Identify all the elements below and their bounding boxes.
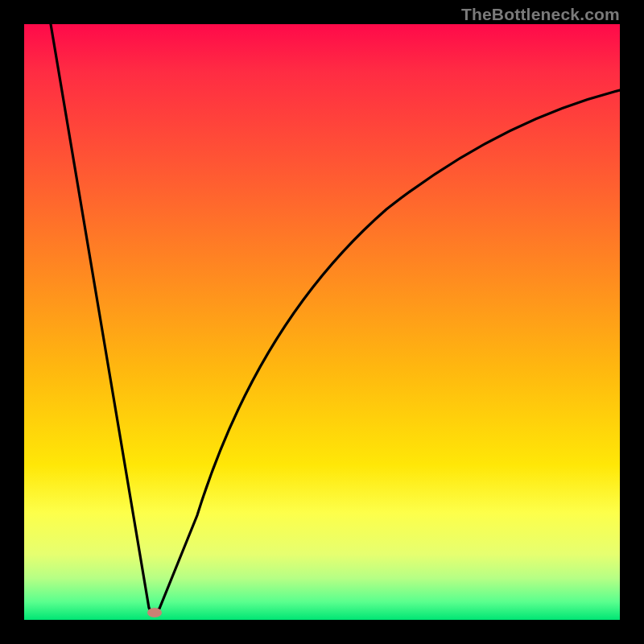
minimum-point-marker bbox=[147, 608, 162, 617]
curve-layer bbox=[24, 24, 620, 620]
plot-area bbox=[24, 24, 620, 620]
chart-frame: TheBottleneck.com bbox=[0, 0, 644, 644]
bottleneck-curve bbox=[51, 24, 620, 612]
watermark-text: TheBottleneck.com bbox=[461, 5, 620, 24]
